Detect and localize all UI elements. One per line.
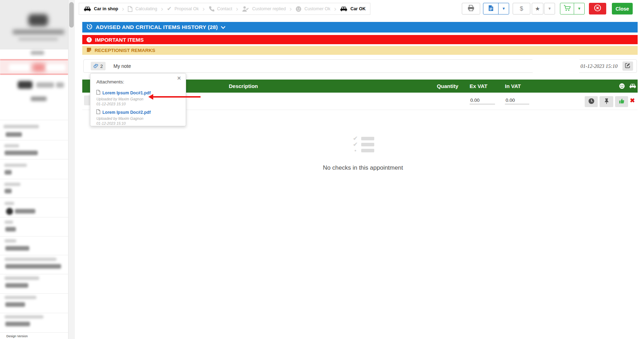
sidebar-header <box>0 0 68 49</box>
remarks-bar-title: RECEPTIONIST REMARKS <box>95 48 155 53</box>
document-blue-icon <box>488 5 494 13</box>
attachment-link[interactable]: Lorem Ipsum Doc#2.pdf <box>102 110 151 115</box>
pencil-square-icon <box>625 63 631 70</box>
redacted-field-label <box>4 144 19 147</box>
workflow-step-label: Customer Ok <box>304 6 330 11</box>
chevron-separator: › <box>121 6 125 12</box>
workflow-step-label: Car OK <box>350 6 365 11</box>
edit-note-button[interactable] <box>622 62 633 71</box>
redacted-field-value <box>5 151 38 155</box>
receptionist-remarks-bar: RECEPTIONIST REMARKS <box>82 46 638 55</box>
file-outline-icon <box>96 109 100 116</box>
ex-vat-input[interactable] <box>470 98 495 104</box>
attachment-item: Lorem Ipsum Doc#2.pdf Uploaded by Maxim … <box>96 109 180 125</box>
chevron-down-icon <box>221 24 225 30</box>
column-quantity: Quantity <box>427 80 458 93</box>
close-button-label: Close <box>615 6 629 12</box>
history-clock-button[interactable] <box>585 96 598 107</box>
document-button[interactable] <box>483 3 498 14</box>
popup-close-button[interactable]: ✕ <box>177 75 181 81</box>
redacted-field-value <box>5 283 28 288</box>
payment-button[interactable]: $ <box>513 3 530 14</box>
workflow-step-customer-ok[interactable]: Customer Ok <box>292 6 334 12</box>
pin-button[interactable] <box>600 96 613 107</box>
redacted-alert-border <box>0 74 68 75</box>
redacted-field-value <box>5 227 16 232</box>
chevron-separator: › <box>160 6 164 12</box>
redacted-field-label <box>5 258 56 261</box>
circle-x-icon <box>594 4 601 13</box>
chevron-separator: › <box>334 6 337 12</box>
attachment-date: 01-12-2023 15:10 <box>96 102 180 106</box>
redacted-field-value <box>5 170 12 175</box>
approve-button[interactable] <box>615 96 628 107</box>
attachment-count-badge[interactable]: 2 <box>91 62 106 70</box>
redacted-text-block <box>36 82 54 88</box>
note-text: My note <box>113 63 131 69</box>
workflow-step-customer-replied[interactable]: Customer replied <box>239 6 289 12</box>
redacted-text-block <box>9 64 30 71</box>
attachments-popup: ✕ Attachments: Lorem Ipsum Doc#1.pdf Upl… <box>90 73 186 126</box>
car-icon <box>340 6 347 11</box>
appointment-screen: Design Version Car in shop › Calculating… <box>0 0 644 339</box>
sidebar: Design Version <box>0 0 68 339</box>
redacted-field-label <box>5 221 13 224</box>
history-bar-title: ADVISED AND CRITICAL ITEMS HISTORY (28) <box>96 24 218 30</box>
workflow-step-label: Car in shop <box>94 6 118 11</box>
sidebar-scrollbar[interactable] <box>68 0 75 339</box>
history-icon <box>87 24 93 31</box>
workflow-step-contact[interactable]: Contact <box>205 6 235 12</box>
star-icon: ★ <box>535 5 540 12</box>
redacted-text-block <box>31 97 47 101</box>
redacted-text-block <box>32 63 45 72</box>
in-vat-input[interactable] <box>505 98 529 104</box>
workflow-step-car-in-shop[interactable]: Car in shop <box>80 6 121 11</box>
redacted-field-label <box>4 164 27 167</box>
favorite-button[interactable]: ★ <box>532 3 543 14</box>
redacted-field-label <box>5 315 43 318</box>
cart-button[interactable] <box>560 3 574 14</box>
cart-icon <box>564 5 571 13</box>
favorite-dropdown-button[interactable]: ▼ <box>544 3 555 14</box>
workflow-step-label: Calculating <box>135 6 157 11</box>
attachment-link[interactable]: Lorem Ipsum Doc#1.pdf <box>102 90 151 95</box>
exclamation-circle-icon: ! <box>87 37 92 42</box>
workflow-step-calculating[interactable]: Calculating <box>125 6 160 12</box>
redacted-field-label <box>5 239 16 242</box>
redacted-text-block <box>56 82 64 88</box>
print-button[interactable] <box>462 3 480 14</box>
redacted-field-value <box>5 264 61 269</box>
redacted-field-label <box>5 296 36 299</box>
scrollbar-thumb[interactable] <box>69 2 74 28</box>
cancel-appointment-button[interactable] <box>589 3 606 14</box>
pushpin-icon <box>604 98 609 106</box>
car-column-icon <box>629 83 636 89</box>
caret-down-icon: ▼ <box>548 7 550 10</box>
cart-dropdown-button[interactable]: ▼ <box>574 3 584 14</box>
redacted-field-value <box>6 132 22 137</box>
workflow-step-car-ok[interactable]: Car OK <box>337 6 369 11</box>
redacted-field-label <box>4 125 39 128</box>
redacted-text-block <box>47 64 66 71</box>
chevron-separator: › <box>289 6 293 12</box>
workflow-step-proposal-ok[interactable]: ✔ Proposal Ok <box>164 6 202 12</box>
phone-icon <box>209 6 214 12</box>
column-description: Description <box>229 80 258 93</box>
document-dropdown-button[interactable]: ▼ <box>498 3 509 14</box>
attachment-count: 2 <box>100 64 103 69</box>
close-button[interactable]: Close <box>612 3 633 14</box>
important-bar-title: IMPORTANT ITEMS <box>95 37 144 43</box>
checklist-icon: ✔ ✔ ● <box>352 136 374 153</box>
attachment-date: 01-12-2023 15:10 <box>96 121 180 125</box>
file-outline-icon <box>96 90 100 96</box>
delete-item-button[interactable]: ✖ <box>630 98 635 104</box>
redacted-title <box>13 30 64 34</box>
person-check-icon <box>242 6 249 12</box>
note-icon <box>87 47 91 53</box>
workflow-step-label: Customer replied <box>252 6 286 11</box>
column-ex-vat: Ex VAT <box>470 80 487 93</box>
advised-items-history-bar[interactable]: ADVISED AND CRITICAL ITEMS HISTORY (28) <box>82 22 638 33</box>
column-in-vat: In VAT <box>505 80 521 93</box>
redacted-field-label <box>5 202 14 205</box>
redacted-alert-border <box>0 59 68 60</box>
